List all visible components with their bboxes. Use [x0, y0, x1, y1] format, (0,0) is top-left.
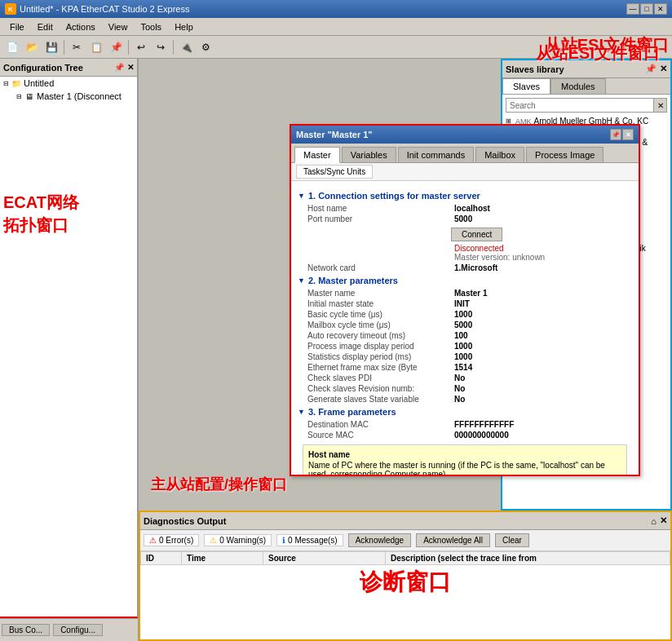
diag-toolbar: ⚠ 0 Error(s) ⚠ 0 Warning(s) ℹ 0 Message(…	[140, 530, 670, 551]
bus-tab[interactable]: Bus Co...	[2, 624, 50, 636]
menu-actions[interactable]: Actions	[60, 20, 102, 33]
close-button[interactable]: ✕	[654, 3, 667, 15]
section-expand-1[interactable]: ▼	[298, 192, 305, 200]
tab-process-image[interactable]: Process Image	[526, 147, 603, 162]
tab-variables[interactable]: Variables	[342, 147, 396, 162]
label-mailboxcycle: Mailbox cycle time (μs)	[307, 320, 454, 329]
menu-tools[interactable]: Tools	[134, 20, 168, 33]
maximize-button[interactable]: □	[640, 3, 653, 15]
row-checkrev: Check slaves Revision numb: No	[298, 384, 632, 393]
diag-title: Diagnostics Output	[144, 516, 651, 526]
warnings-badge[interactable]: ⚠ 0 Warning(s)	[204, 534, 272, 546]
label-framesize: Ethernet frame max size (Byte	[307, 363, 454, 372]
acknowledge-all-button[interactable]: Acknowledge All	[416, 533, 490, 547]
value-destmac: FFFFFFFFFFFF	[454, 420, 514, 429]
menu-help[interactable]: Help	[168, 20, 200, 33]
win-close-btn[interactable]: ✕	[622, 129, 634, 140]
slaves-header: Slaves library 📌 ✕	[502, 60, 670, 78]
value-netcard: 1.Microsoft	[454, 263, 497, 272]
tree-root-icon: 📁	[11, 77, 22, 89]
value-genstate: No	[454, 395, 465, 404]
col-id: ID	[141, 552, 182, 565]
diag-close[interactable]: ✕	[660, 515, 667, 526]
app-wrapper: K Untitled* - KPA EtherCAT Studio 2 Expr…	[0, 0, 672, 641]
section-expand-2[interactable]: ▼	[298, 276, 305, 285]
tree-item-master[interactable]: ⊟ 🖥 Master 1 (Disconnect	[0, 90, 137, 103]
menu-view[interactable]: View	[102, 20, 135, 33]
col-source: Source	[263, 552, 386, 565]
label-checkrev: Check slaves Revision numb:	[307, 384, 454, 393]
config-tab[interactable]: Configu...	[53, 624, 103, 636]
value-mastername: Master 1	[454, 289, 488, 298]
save-button[interactable]: 💾	[42, 38, 60, 56]
content-wrapper: Configuration Tree 📌 ✕ ⊟ 📁 Untitled ⊟ 🖥 …	[0, 59, 672, 641]
connect-button[interactable]: 🔌	[177, 38, 195, 56]
errors-count: 0 Error(s)	[159, 536, 193, 545]
open-button[interactable]: 📂	[23, 38, 41, 56]
search-input[interactable]	[506, 98, 654, 113]
tab-master[interactable]: Master	[294, 147, 340, 163]
redo-button[interactable]: ↪	[152, 38, 170, 56]
undo-button[interactable]: ↩	[132, 38, 150, 56]
minimize-button[interactable]: —	[626, 3, 639, 15]
row-mailboxcycle: Mailbox cycle time (μs) 5000	[298, 320, 632, 329]
toolbar-sep-2	[128, 40, 129, 55]
section-connection-header: ▼ 1. Connection settings for master serv…	[298, 191, 632, 201]
disconnected-status: Disconnected	[298, 244, 632, 253]
label-port: Port number	[307, 214, 454, 223]
value-processimage: 1000	[454, 342, 472, 351]
win-pin-btn[interactable]: 📌	[610, 129, 621, 140]
tab-mailbox[interactable]: Mailbox	[475, 147, 524, 162]
search-clear-btn[interactable]: ✕	[654, 98, 667, 113]
col-time: Time	[182, 552, 263, 565]
errors-badge[interactable]: ⚠ 0 Error(s)	[144, 534, 199, 546]
diag-header: Diagnostics Output ⌂ ✕	[140, 512, 670, 530]
title-bar-text: Untitled* - KPA EtherCAT Studio 2 Expres…	[20, 4, 626, 14]
cut-button[interactable]: ✂	[68, 38, 86, 56]
slaves-tab-modules[interactable]: Modules	[550, 78, 606, 94]
slaves-tab-slaves[interactable]: Slaves	[502, 78, 550, 94]
sub-tab-tasks[interactable]: Tasks/Sync Units	[296, 165, 373, 179]
config-tree-pin[interactable]: 📌	[114, 63, 124, 72]
tree-item-root[interactable]: ⊟ 📁 Untitled	[0, 77, 137, 90]
label-checkpdi: Check slaves PDI	[307, 374, 454, 382]
slaves-close[interactable]: ✕	[660, 64, 667, 74]
connect-button-master[interactable]: Connect	[451, 228, 502, 241]
master-version: Master version: unknown	[298, 253, 632, 262]
menu-file[interactable]: File	[3, 20, 31, 33]
label-mastername: Master name	[307, 289, 454, 298]
settings-button[interactable]: ⚙	[197, 38, 214, 56]
row-initstate: Initial master state INIT	[298, 299, 632, 308]
config-tree-title: Configuration Tree	[3, 63, 111, 73]
slaves-pin[interactable]: 📌	[645, 64, 657, 74]
tree-master-icon: 🖥	[24, 91, 35, 102]
tree-expand-root[interactable]: ⊟	[3, 80, 9, 87]
menu-edit[interactable]: Edit	[31, 20, 60, 33]
acknowledge-button[interactable]: Acknowledge	[348, 533, 411, 547]
tab-init-commands[interactable]: Init commands	[398, 147, 475, 162]
master-tab-bar: Master Variables Init commands Mailbox P…	[291, 144, 639, 163]
toolbar-sep-3	[173, 40, 174, 55]
copy-button[interactable]: 📋	[87, 38, 105, 56]
clear-button[interactable]: Clear	[495, 533, 529, 547]
diag-pin[interactable]: ⌂	[651, 516, 657, 526]
title-bar: K Untitled* - KPA EtherCAT Studio 2 Expr…	[0, 0, 672, 18]
new-button[interactable]: 📄	[3, 38, 21, 56]
label-statsperiod: Statistics display period (ms)	[307, 352, 454, 361]
warnings-count: 0 Warning(s)	[219, 536, 266, 545]
label-destmac: Destination MAC	[307, 420, 454, 429]
config-tree-container: Configuration Tree 📌 ✕ ⊟ 📁 Untitled ⊟ 🖥 …	[0, 59, 138, 618]
paste-button[interactable]: 📌	[107, 38, 125, 56]
value-checkrev: No	[454, 384, 465, 393]
row-port: Port number 5000	[298, 214, 632, 223]
center-right: Master "Master 1" 📌 ✕ Master Variables I…	[139, 59, 672, 641]
config-tree-close[interactable]: ✕	[127, 63, 134, 72]
tree-expand-master[interactable]: ⊟	[16, 93, 22, 100]
config-tree-content: ⊟ 📁 Untitled ⊟ 🖥 Master 1 (Disconnect	[0, 77, 137, 617]
value-checkpdi: No	[454, 374, 465, 382]
messages-badge[interactable]: ℹ 0 Message(s)	[276, 534, 343, 546]
tree-master-label: Master 1 (Disconnect	[37, 91, 122, 101]
title-bar-controls: — □ ✕	[626, 3, 667, 15]
section-expand-3[interactable]: ▼	[298, 408, 305, 416]
value-autorecovery: 100	[454, 331, 468, 340]
